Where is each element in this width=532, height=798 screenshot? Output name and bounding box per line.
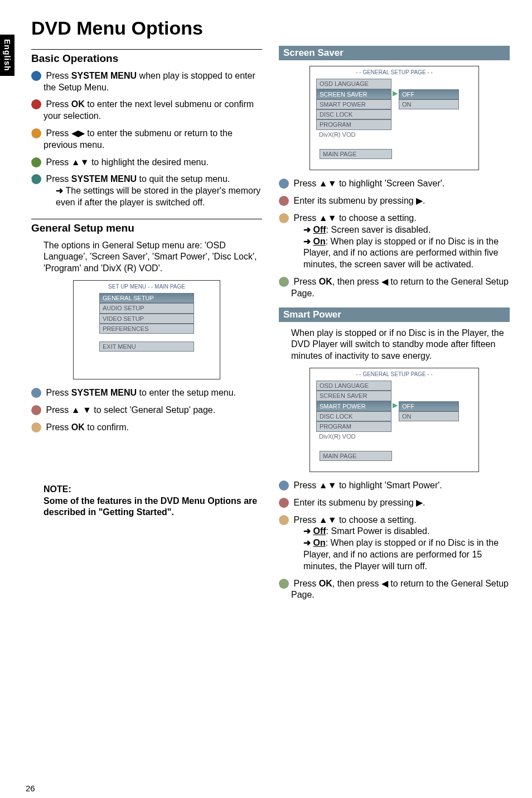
step-3: 3 Press ◀▶ to enter the submenu or retur… <box>43 128 262 151</box>
step-g2: 2 Press ▲ ▼ to select 'General Setup' pa… <box>43 405 262 416</box>
step-text: to confirm. <box>85 422 129 432</box>
step-g1: 1 Press SYSTEM MENU to enter the setup m… <box>43 387 262 399</box>
text: : Smart Power is disabled. <box>326 526 430 536</box>
divider <box>31 49 262 50</box>
note-heading: NOTE: <box>43 484 71 494</box>
bullet-3-icon: 3 <box>279 515 289 525</box>
sp3-on: ➜ On: When play is stopped or if no Disc… <box>303 537 510 572</box>
chevron-right-icon: ▶ <box>391 401 399 411</box>
step-sp4: 4 Press OK, then press ◀ to return to th… <box>291 578 510 602</box>
columns: Basic Operations 1 Press SYSTEM MENU whe… <box>31 46 510 607</box>
bullet-4-icon: 4 <box>279 277 289 287</box>
text: : When play is stopped or if no Disc is … <box>303 538 499 571</box>
label-off: Off <box>313 225 326 234</box>
section-basic-operations: Basic Operations <box>31 52 262 66</box>
osd-title: - - GENERAL SETUP PAGE - - <box>311 369 478 381</box>
text: : When play is stopped or if no Disc is … <box>303 237 499 270</box>
page-title: DVD Menu Options <box>31 16 510 40</box>
key-ok: OK <box>319 277 332 286</box>
language-tab: English <box>0 35 14 76</box>
osd-option-on: ON <box>399 411 459 421</box>
step-text: Press ◀▶ to enter the submenu or return … <box>43 128 233 150</box>
key-system-menu: SYSTEM MENU <box>71 71 137 80</box>
osd-item-exit: EXIT MENU <box>99 342 194 352</box>
bullet-5-icon: 5 <box>31 174 41 184</box>
step-text: Press <box>46 99 71 109</box>
bullet-4-icon: 4 <box>279 579 289 589</box>
step-2: 2 Press OK to enter the next level subme… <box>43 99 262 122</box>
bullet-1-icon: 1 <box>31 71 41 81</box>
bullet-2-icon: 2 <box>279 196 289 206</box>
step-text: Press ▲ ▼ to select 'General Setup' page… <box>46 405 215 415</box>
sp3-off: ➜ Off: Smart Power is disabled. <box>303 526 510 537</box>
ss3-on: ➜ On: When play is stopped or if no Disc… <box>303 236 510 271</box>
step-subtext: The settings will be stored in the playe… <box>56 186 260 207</box>
key-system-menu: SYSTEM MENU <box>71 388 137 397</box>
osd-item: DivX(R) VOD <box>316 432 390 441</box>
osd-item-preferences: PREFERENCES <box>99 324 194 334</box>
step-ss3: 3 Press ▲▼ to choose a setting. ➜ Off: S… <box>291 213 510 271</box>
osd-screen-saver: - - GENERAL SETUP PAGE - - OSD LANGUAGE … <box>309 66 479 170</box>
arrow-right-icon: ➜ <box>303 538 313 547</box>
osd-smart-power: - - GENERAL SETUP PAGE - - OSD LANGUAGE … <box>309 368 479 472</box>
osd-item: PROGRAM <box>316 119 391 129</box>
osd-item-selected: SCREEN SAVER <box>316 89 391 99</box>
key-ok: OK <box>319 579 332 588</box>
bullet-1-icon: 1 <box>279 179 289 189</box>
note-block: NOTE: Some of the features in the DVD Me… <box>43 484 262 518</box>
osd-item-selected: SMART POWER <box>316 401 391 411</box>
osd-item: DivX(R) VOD <box>316 130 390 139</box>
banner-screen-saver: Screen Saver <box>279 46 510 60</box>
osd-item-main-page: MAIN PAGE <box>320 149 392 159</box>
smart-power-body: When play is stopped or if no Disc is in… <box>291 328 510 362</box>
step-ss4: 4 Press OK, then press ◀ to return to th… <box>291 276 510 300</box>
step-text: to quit the setup menu. <box>137 174 230 184</box>
bullet-3-icon: 3 <box>279 213 289 223</box>
osd-item: DISC LOCK <box>316 411 391 421</box>
page-number: 26 <box>26 783 35 794</box>
arrow-right-icon: ➜ <box>303 237 313 246</box>
section-general-setup: General Setup menu <box>31 222 262 235</box>
step-text: Press <box>46 71 71 80</box>
step-text: Press <box>293 579 318 588</box>
step-5: 5 Press SYSTEM MENU to quit the setup me… <box>43 174 262 208</box>
divider <box>31 219 262 219</box>
key-system-menu: SYSTEM MENU <box>71 174 137 184</box>
page: English DVD Menu Options Basic Operation… <box>0 0 532 798</box>
bullet-2-icon: 2 <box>31 99 41 109</box>
step-sp1: 1 Press ▲▼ to highlight 'Smart Power'. <box>291 480 510 492</box>
step-text: Press <box>46 422 71 432</box>
step-1: 1 Press SYSTEM MENU when play is stopped… <box>43 70 262 94</box>
step-g3: 3 Press OK to confirm. <box>43 422 262 434</box>
note-body: Some of the features in the DVD Menu Opt… <box>43 496 257 517</box>
banner-smart-power: Smart Power <box>279 307 510 322</box>
label-on: On <box>313 538 325 547</box>
label-on: On <box>313 237 325 246</box>
osd-item: DISC LOCK <box>316 109 391 119</box>
ss3-off: ➜ Off: Screen saver is disabled. <box>303 224 510 236</box>
step-text: Press ▲▼ to choose a setting. <box>293 213 416 223</box>
arrow-right-icon: ➜ <box>303 225 313 234</box>
bullet-1-icon: 1 <box>31 388 41 398</box>
step-text: Press ▲▼ to choose a setting. <box>293 515 416 525</box>
bullet-2-icon: 2 <box>279 498 289 508</box>
osd-option-off: OFF <box>399 401 459 411</box>
osd-item-video-setup: VIDEO SETUP <box>99 314 194 324</box>
step-sp3: 3 Press ▲▼ to choose a setting. ➜ Off: S… <box>291 515 510 573</box>
key-ok: OK <box>71 99 85 109</box>
step-text: to enter the setup menu. <box>137 388 236 397</box>
note-sub: ➜ The settings will be stored in the pla… <box>56 185 262 209</box>
osd-main-menu: SET UP MENU - - MAIN PAGE GENERAL SETUP … <box>73 280 220 379</box>
bullet-3-icon: 3 <box>31 128 41 138</box>
bullet-1-icon: 1 <box>279 480 289 491</box>
arrow-right-icon: ➜ <box>303 526 313 536</box>
osd-option-on: ON <box>399 99 459 109</box>
arrow-right-icon: ➜ <box>56 186 65 195</box>
osd-item: PROGRAM <box>316 421 391 431</box>
step-text: Press ▲▼ to highlight 'Smart Power'. <box>293 480 442 490</box>
text: : Screen saver is disabled. <box>326 225 431 234</box>
left-column: Basic Operations 1 Press SYSTEM MENU whe… <box>31 46 262 607</box>
osd-item: SMART POWER <box>316 99 391 109</box>
step-text: Press <box>46 174 71 184</box>
bullet-2-icon: 2 <box>31 405 41 415</box>
